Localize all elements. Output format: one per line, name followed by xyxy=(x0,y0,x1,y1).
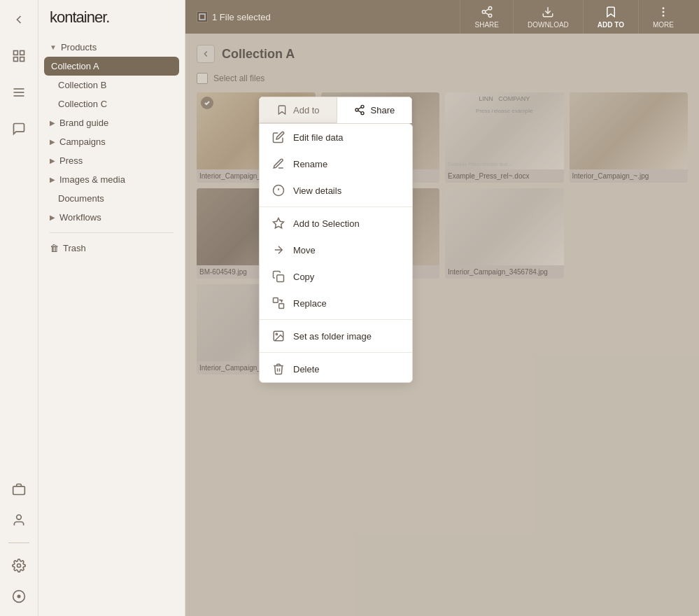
context-tab-share[interactable]: Share xyxy=(337,97,413,123)
user-icon[interactable] xyxy=(8,509,30,531)
top-bar-left: 1 File selected xyxy=(197,11,271,22)
chevron-right-icon: ▶ xyxy=(50,214,55,221)
add-to-label: ADD TO xyxy=(598,21,624,29)
menu-item-label: Move xyxy=(293,245,316,255)
svg-rect-0 xyxy=(14,51,18,55)
help-icon[interactable] xyxy=(8,585,30,608)
context-tab-share-label: Share xyxy=(371,105,395,115)
sidebar-item-images-media[interactable]: ▶ Images & media xyxy=(38,170,185,189)
svg-point-36 xyxy=(276,333,277,335)
svg-point-8 xyxy=(17,515,22,520)
menu-item-view-details[interactable]: View details xyxy=(260,177,412,204)
sidebar-item-label: Press xyxy=(59,155,83,166)
context-tab-add-to[interactable]: Add to xyxy=(259,97,337,123)
file-selected-badge: 1 File selected xyxy=(197,11,271,22)
more-label: MORE xyxy=(653,21,674,29)
briefcase-icon[interactable] xyxy=(8,478,30,500)
sidebar-item-label: Trash xyxy=(63,243,86,253)
menu-item-replace[interactable]: Replace xyxy=(260,290,412,316)
svg-point-13 xyxy=(488,6,492,10)
sidebar-item-products[interactable]: ▼ Products xyxy=(38,38,185,57)
menu-item-label: Delete xyxy=(293,364,320,374)
menu-item-label: Edit file data xyxy=(293,132,344,143)
list-view-icon[interactable] xyxy=(8,81,30,104)
menu-item-label: View details xyxy=(293,186,341,196)
back-nav-icon[interactable] xyxy=(8,8,30,31)
context-menu-wrapper: Add to Share Edit file data Rename xyxy=(259,97,413,383)
add-to-action[interactable]: ADD TO xyxy=(583,0,638,34)
sidebar: kontainer. ▼ Products Collection A Colle… xyxy=(38,0,185,616)
sidebar-item-collection-c[interactable]: Collection C xyxy=(38,94,185,113)
rail-divider xyxy=(8,542,29,543)
menu-item-label: Copy xyxy=(293,272,314,282)
trash-icon: 🗑 xyxy=(50,243,59,253)
svg-rect-7 xyxy=(13,486,25,495)
menu-item-add-to-selection[interactable]: Add to Selection xyxy=(260,210,412,237)
download-action[interactable]: DOWNLOAD xyxy=(513,0,583,34)
sidebar-item-label: Campaigns xyxy=(59,136,106,147)
sidebar-item-workflows[interactable]: ▶ Workflows xyxy=(38,208,185,227)
svg-line-16 xyxy=(485,13,488,15)
menu-item-edit-file-data[interactable]: Edit file data xyxy=(260,124,412,150)
sidebar-item-campaigns[interactable]: ▶ Campaigns xyxy=(38,132,185,151)
sidebar-item-collection-a[interactable]: Collection A xyxy=(44,57,179,76)
menu-item-delete[interactable]: Delete xyxy=(260,356,412,382)
svg-point-14 xyxy=(482,10,486,13)
chevron-right-icon: ▶ xyxy=(50,119,55,127)
svg-point-15 xyxy=(488,14,492,18)
selected-count-icon xyxy=(197,11,208,22)
grid-view-icon[interactable] xyxy=(8,45,30,67)
svg-point-11 xyxy=(17,595,21,598)
svg-rect-34 xyxy=(279,304,284,309)
sidebar-item-label: Collection B xyxy=(58,80,106,90)
sidebar-item-collection-b[interactable]: Collection B xyxy=(38,76,185,94)
svg-point-21 xyxy=(663,15,664,16)
top-bar-actions: SHARE DOWNLOAD ADD TO MORE xyxy=(460,0,688,34)
share-label: SHARE xyxy=(474,21,498,29)
context-menu-tabs: Add to Share xyxy=(259,97,412,123)
sidebar-item-label: Documents xyxy=(58,193,104,204)
more-action[interactable]: MORE xyxy=(638,0,688,34)
svg-point-9 xyxy=(17,564,21,568)
menu-item-move[interactable]: Move xyxy=(260,237,412,263)
sidebar-item-label: Collection C xyxy=(58,99,107,109)
sidebar-item-brand-guide[interactable]: ▶ Brand guide xyxy=(38,113,185,132)
main-area: 1 File selected SHARE DOWNLOAD ADD TO MO… xyxy=(185,0,699,616)
menu-item-label: Add to Selection xyxy=(293,218,360,229)
svg-rect-3 xyxy=(20,57,24,62)
svg-rect-32 xyxy=(277,275,284,282)
menu-item-label: Set as folder image xyxy=(293,331,372,342)
sidebar-item-press[interactable]: ▶ Press xyxy=(38,151,185,170)
svg-point-23 xyxy=(361,105,364,108)
svg-marker-31 xyxy=(274,218,284,228)
sidebar-item-documents[interactable]: Documents xyxy=(38,189,185,208)
context-tab-add-to-label: Add to xyxy=(293,105,320,115)
svg-line-17 xyxy=(485,8,488,10)
chevron-right-icon: ▶ xyxy=(50,138,55,146)
sidebar-item-label: Images & media xyxy=(59,174,125,185)
message-icon[interactable] xyxy=(8,118,30,140)
settings-icon[interactable] xyxy=(8,554,30,577)
content-area: Collection A Select all files Interior_C… xyxy=(185,34,699,616)
svg-rect-33 xyxy=(274,298,278,303)
download-label: DOWNLOAD xyxy=(528,21,569,29)
menu-item-copy[interactable]: Copy xyxy=(260,263,412,290)
menu-item-label: Replace xyxy=(293,298,327,309)
menu-divider-3 xyxy=(260,352,412,353)
sidebar-item-label: Brand guide xyxy=(59,118,108,128)
chevron-right-icon: ▶ xyxy=(50,176,55,183)
menu-divider-2 xyxy=(260,319,412,320)
menu-divider-1 xyxy=(260,206,412,207)
menu-item-set-folder-image[interactable]: Set as folder image xyxy=(260,323,412,349)
file-selected-label: 1 File selected xyxy=(212,12,271,22)
share-action[interactable]: SHARE xyxy=(460,0,512,34)
sidebar-divider xyxy=(50,232,174,233)
sidebar-item-trash[interactable]: 🗑 Trash xyxy=(38,239,185,258)
svg-point-24 xyxy=(355,108,358,111)
chevron-right-icon: ▶ xyxy=(50,157,55,164)
chevron-down-icon: ▼ xyxy=(50,43,57,51)
sidebar-item-label: Products xyxy=(61,42,97,52)
icon-rail xyxy=(0,0,38,616)
svg-rect-1 xyxy=(20,51,24,55)
menu-item-rename[interactable]: Rename xyxy=(260,150,412,177)
